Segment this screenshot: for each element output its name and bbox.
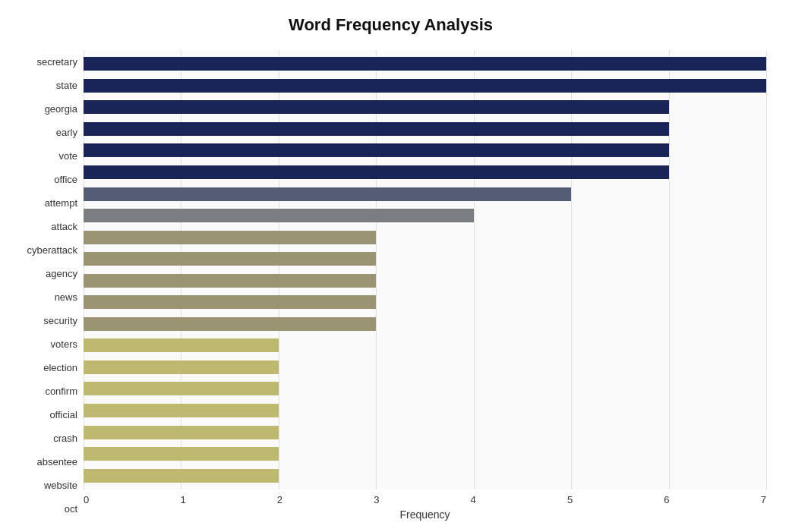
y-label: office: [54, 175, 77, 184]
y-label: election: [43, 363, 77, 373]
chart-container: Word Frequency Analysis secretarystatege…: [0, 0, 789, 532]
x-axis-label: 6: [664, 494, 669, 505]
bar: [84, 165, 669, 179]
y-label: attempt: [45, 198, 77, 208]
bar-row: [84, 269, 766, 291]
bar-row: [84, 248, 766, 270]
bar: [84, 404, 279, 417]
y-axis-labels: secretarystategeorgiaearlyvoteofficeatte…: [15, 50, 84, 521]
x-axis-label: 7: [761, 494, 766, 505]
bar: [84, 274, 376, 288]
bar: [84, 143, 669, 157]
bar: [84, 469, 279, 483]
y-label: security: [43, 316, 77, 326]
bar: [84, 231, 376, 244]
bar: [84, 426, 279, 439]
y-label: oct: [65, 504, 77, 514]
bar-row: [84, 75, 766, 97]
bar-row: [84, 443, 766, 465]
y-label: confirm: [45, 386, 77, 396]
bar: [84, 317, 376, 331]
bar-row: [84, 140, 766, 162]
y-label: crash: [53, 433, 77, 443]
bar: [84, 382, 279, 395]
bar-row: [84, 464, 766, 486]
bar-row: [84, 313, 766, 335]
bar: [84, 187, 571, 201]
bar: [84, 252, 376, 266]
y-label: news: [55, 292, 77, 302]
x-axis-labels: 01234567: [84, 490, 766, 505]
y-label: secretary: [37, 57, 77, 67]
bar-row: [84, 400, 766, 422]
x-axis-label: 2: [277, 494, 282, 505]
y-label: agency: [46, 269, 77, 279]
y-label: official: [49, 410, 77, 420]
x-axis-title: Frequency: [84, 508, 766, 521]
x-axis-label: 4: [471, 494, 476, 505]
bar-row: [84, 226, 766, 248]
y-label: website: [44, 480, 77, 490]
bar-row: [84, 378, 766, 400]
bar-row: [84, 335, 766, 357]
y-label: state: [56, 80, 77, 90]
y-label: cyberattack: [27, 245, 77, 255]
chart-area: secretarystategeorgiaearlyvoteofficeatte…: [15, 50, 766, 521]
bar: [84, 295, 376, 309]
bar: [84, 338, 279, 352]
bars-section: [84, 50, 766, 490]
x-axis-label: 1: [180, 494, 185, 505]
bar-row: [84, 53, 766, 75]
bar: [84, 100, 669, 114]
bar-row: [84, 183, 766, 205]
x-axis-label: 3: [374, 494, 379, 505]
y-label: voters: [51, 339, 77, 349]
bar-row: [84, 96, 766, 118]
chart-title: Word Frequency Analysis: [15, 15, 766, 35]
y-label: absentee: [37, 457, 78, 467]
bar: [84, 209, 474, 222]
y-label: attack: [51, 222, 77, 231]
grid-line: [766, 50, 767, 490]
bar: [84, 122, 669, 136]
bar-row: [84, 421, 766, 443]
x-axis-label: 5: [567, 494, 573, 505]
bar-row: [84, 162, 766, 184]
bars-and-xaxis: 01234567 Frequency: [84, 50, 766, 521]
y-label: early: [56, 127, 77, 137]
bar-row: [84, 205, 766, 227]
bar: [84, 79, 766, 93]
bar-row: [84, 118, 766, 140]
bar-row: [84, 357, 766, 379]
x-axis-label: 0: [84, 494, 89, 505]
y-label: vote: [58, 151, 77, 161]
bar: [84, 57, 766, 71]
bar: [84, 360, 279, 374]
y-label: georgia: [45, 104, 77, 114]
bar-row: [84, 291, 766, 313]
bar: [84, 447, 279, 461]
